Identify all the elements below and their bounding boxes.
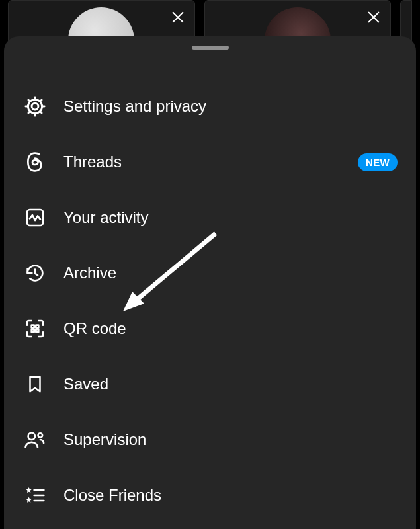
svg-line-12	[28, 112, 30, 114]
menu-item-archive[interactable]: Archive	[4, 245, 416, 301]
close-friends-icon	[22, 483, 48, 508]
menu-item-label: QR code	[63, 319, 398, 338]
svg-line-10	[28, 100, 30, 102]
menu-item-label: Archive	[63, 264, 398, 282]
supervision-icon	[22, 427, 48, 452]
menu-item-label: Settings and privacy	[63, 97, 398, 116]
activity-icon	[22, 205, 48, 230]
svg-point-5	[32, 103, 38, 110]
svg-marker-21	[26, 487, 32, 493]
svg-rect-15	[32, 325, 34, 328]
drag-handle[interactable]	[192, 46, 229, 50]
svg-line-11	[40, 112, 42, 114]
threads-icon	[22, 149, 48, 175]
svg-point-19	[28, 433, 35, 440]
gear-icon	[22, 94, 48, 119]
menu-item-qr[interactable]: QR code	[4, 301, 416, 356]
bookmark-icon	[22, 372, 48, 397]
new-badge: NEW	[358, 153, 398, 171]
svg-marker-22	[26, 497, 32, 503]
archive-icon	[22, 261, 48, 286]
menu-item-label: Close Friends	[63, 486, 398, 505]
menu-item-threads[interactable]: Threads NEW	[4, 134, 416, 190]
svg-rect-16	[36, 325, 38, 328]
svg-rect-18	[36, 329, 38, 332]
menu-item-label: Saved	[63, 375, 398, 393]
menu-item-label: Your activity	[63, 208, 398, 227]
close-icon[interactable]	[366, 10, 381, 24]
close-icon[interactable]	[171, 10, 185, 24]
menu-item-activity[interactable]: Your activity	[4, 190, 416, 245]
menu-item-saved[interactable]: Saved	[4, 356, 416, 412]
menu-item-label: Threads	[63, 153, 358, 171]
menu-item-label: Supervision	[63, 430, 398, 449]
menu-item-supervision[interactable]: Supervision	[4, 412, 416, 468]
menu-list: Settings and privacy Threads NEW Your ac…	[4, 79, 416, 523]
svg-line-13	[40, 100, 42, 102]
svg-point-20	[38, 433, 43, 438]
qr-icon	[22, 316, 48, 341]
menu-item-settings[interactable]: Settings and privacy	[4, 79, 416, 134]
svg-rect-17	[32, 329, 34, 332]
bottom-sheet: Settings and privacy Threads NEW Your ac…	[4, 36, 416, 529]
menu-item-close-friends[interactable]: Close Friends	[4, 468, 416, 523]
